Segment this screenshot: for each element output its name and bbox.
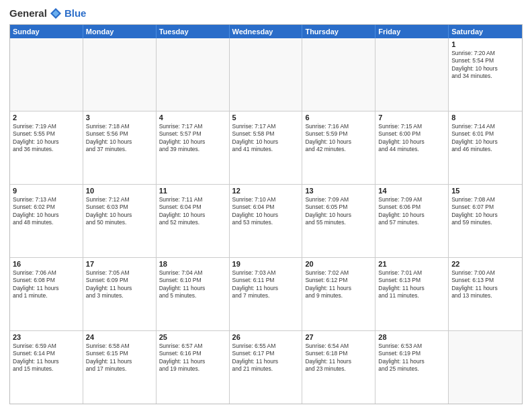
calendar-row-3: 16Sunrise: 7:06 AM Sunset: 6:08 PM Dayli… bbox=[10, 257, 522, 330]
page: General Blue SundayMondayTuesdayWednesda… bbox=[0, 0, 532, 411]
day-info: Sunrise: 7:17 AM Sunset: 5:57 PM Dayligh… bbox=[159, 123, 226, 154]
day-cell-26: 26Sunrise: 6:55 AM Sunset: 6:17 PM Dayli… bbox=[230, 331, 303, 404]
day-info: Sunrise: 7:02 AM Sunset: 6:12 PM Dayligh… bbox=[305, 269, 372, 300]
day-number: 12 bbox=[232, 187, 300, 195]
weekday-header-wednesday: Wednesday bbox=[230, 25, 303, 38]
day-cell-28: 28Sunrise: 6:53 AM Sunset: 6:19 PM Dayli… bbox=[375, 331, 449, 404]
logo-general: General bbox=[9, 7, 47, 19]
day-cell-3: 3Sunrise: 7:18 AM Sunset: 5:56 PM Daylig… bbox=[83, 111, 157, 184]
day-cell-9: 9Sunrise: 7:13 AM Sunset: 6:02 PM Daylig… bbox=[10, 185, 83, 257]
day-cell-2: 2Sunrise: 7:19 AM Sunset: 5:55 PM Daylig… bbox=[10, 111, 83, 184]
day-number: 16 bbox=[13, 260, 80, 268]
day-info: Sunrise: 6:58 AM Sunset: 6:15 PM Dayligh… bbox=[86, 342, 153, 373]
day-cell-10: 10Sunrise: 7:12 AM Sunset: 6:03 PM Dayli… bbox=[83, 185, 157, 257]
weekday-header-saturday: Saturday bbox=[449, 25, 522, 38]
day-number: 10 bbox=[86, 187, 153, 195]
day-cell-20: 20Sunrise: 7:02 AM Sunset: 6:12 PM Dayli… bbox=[302, 258, 375, 330]
day-number: 9 bbox=[13, 187, 80, 195]
day-cell-22: 22Sunrise: 7:00 AM Sunset: 6:13 PM Dayli… bbox=[449, 258, 522, 330]
day-info: Sunrise: 6:57 AM Sunset: 6:16 PM Dayligh… bbox=[159, 342, 226, 373]
day-info: Sunrise: 7:13 AM Sunset: 6:02 PM Dayligh… bbox=[13, 196, 80, 227]
day-cell-5: 5Sunrise: 7:17 AM Sunset: 5:58 PM Daylig… bbox=[230, 111, 303, 184]
day-number: 18 bbox=[159, 260, 226, 268]
day-info: Sunrise: 7:00 AM Sunset: 6:13 PM Dayligh… bbox=[451, 269, 519, 300]
day-info: Sunrise: 6:53 AM Sunset: 6:19 PM Dayligh… bbox=[378, 342, 445, 373]
day-cell-empty-0-1 bbox=[83, 38, 157, 111]
day-info: Sunrise: 7:20 AM Sunset: 5:54 PM Dayligh… bbox=[451, 50, 519, 81]
day-info: Sunrise: 7:06 AM Sunset: 6:08 PM Dayligh… bbox=[13, 269, 80, 300]
day-cell-13: 13Sunrise: 7:09 AM Sunset: 6:05 PM Dayli… bbox=[302, 185, 375, 257]
day-number: 15 bbox=[451, 187, 519, 195]
day-number: 14 bbox=[378, 187, 445, 195]
calendar-header: SundayMondayTuesdayWednesdayThursdayFrid… bbox=[10, 25, 522, 38]
day-cell-4: 4Sunrise: 7:17 AM Sunset: 5:57 PM Daylig… bbox=[157, 111, 230, 184]
day-cell-empty-0-5 bbox=[375, 38, 449, 111]
day-info: Sunrise: 7:12 AM Sunset: 6:03 PM Dayligh… bbox=[86, 196, 153, 227]
day-info: Sunrise: 7:18 AM Sunset: 5:56 PM Dayligh… bbox=[86, 123, 153, 154]
day-number: 22 bbox=[451, 260, 519, 268]
day-number: 17 bbox=[86, 260, 153, 268]
day-cell-empty-0-0 bbox=[10, 38, 83, 111]
day-number: 21 bbox=[378, 260, 445, 268]
day-cell-empty-0-4 bbox=[302, 38, 375, 111]
day-cell-15: 15Sunrise: 7:08 AM Sunset: 6:07 PM Dayli… bbox=[449, 185, 522, 257]
day-cell-12: 12Sunrise: 7:10 AM Sunset: 6:04 PM Dayli… bbox=[230, 185, 303, 257]
day-number: 2 bbox=[13, 113, 80, 122]
logo: General Blue bbox=[9, 7, 86, 20]
day-info: Sunrise: 7:14 AM Sunset: 6:01 PM Dayligh… bbox=[451, 123, 519, 154]
day-number: 27 bbox=[305, 333, 372, 341]
day-info: Sunrise: 7:10 AM Sunset: 6:04 PM Dayligh… bbox=[232, 196, 300, 227]
day-info: Sunrise: 7:03 AM Sunset: 6:11 PM Dayligh… bbox=[232, 269, 300, 300]
day-info: Sunrise: 7:15 AM Sunset: 6:00 PM Dayligh… bbox=[378, 123, 445, 154]
day-cell-empty-4-6 bbox=[449, 331, 522, 404]
day-cell-empty-0-3 bbox=[230, 38, 303, 111]
day-info: Sunrise: 6:54 AM Sunset: 6:18 PM Dayligh… bbox=[305, 342, 372, 373]
day-info: Sunrise: 6:59 AM Sunset: 6:14 PM Dayligh… bbox=[13, 342, 80, 373]
day-info: Sunrise: 7:01 AM Sunset: 6:13 PM Dayligh… bbox=[378, 269, 445, 300]
calendar-row-4: 23Sunrise: 6:59 AM Sunset: 6:14 PM Dayli… bbox=[10, 330, 522, 404]
weekday-header-monday: Monday bbox=[83, 25, 157, 38]
day-info: Sunrise: 7:08 AM Sunset: 6:07 PM Dayligh… bbox=[451, 196, 519, 227]
day-cell-24: 24Sunrise: 6:58 AM Sunset: 6:15 PM Dayli… bbox=[83, 331, 157, 404]
weekday-header-tuesday: Tuesday bbox=[157, 25, 230, 38]
day-cell-16: 16Sunrise: 7:06 AM Sunset: 6:08 PM Dayli… bbox=[10, 258, 83, 330]
weekday-header-thursday: Thursday bbox=[302, 25, 375, 38]
day-info: Sunrise: 7:05 AM Sunset: 6:09 PM Dayligh… bbox=[86, 269, 153, 300]
day-number: 6 bbox=[305, 113, 372, 122]
day-number: 4 bbox=[159, 113, 226, 122]
day-number: 24 bbox=[86, 333, 153, 341]
day-number: 28 bbox=[378, 333, 445, 341]
header: General Blue bbox=[9, 7, 523, 20]
day-number: 3 bbox=[86, 113, 153, 122]
day-number: 19 bbox=[232, 260, 300, 268]
calendar-row-2: 9Sunrise: 7:13 AM Sunset: 6:02 PM Daylig… bbox=[10, 184, 522, 257]
calendar-row-0: 1Sunrise: 7:20 AM Sunset: 5:54 PM Daylig… bbox=[10, 38, 522, 111]
day-cell-25: 25Sunrise: 6:57 AM Sunset: 6:16 PM Dayli… bbox=[157, 331, 230, 404]
day-info: Sunrise: 7:17 AM Sunset: 5:58 PM Dayligh… bbox=[232, 123, 300, 154]
day-cell-18: 18Sunrise: 7:04 AM Sunset: 6:10 PM Dayli… bbox=[157, 258, 230, 330]
day-info: Sunrise: 7:09 AM Sunset: 6:05 PM Dayligh… bbox=[305, 196, 372, 227]
calendar-body: 1Sunrise: 7:20 AM Sunset: 5:54 PM Daylig… bbox=[10, 38, 522, 404]
day-cell-19: 19Sunrise: 7:03 AM Sunset: 6:11 PM Dayli… bbox=[230, 258, 303, 330]
logo-icon bbox=[49, 7, 62, 20]
day-number: 13 bbox=[305, 187, 372, 195]
calendar: SundayMondayTuesdayWednesdayThursdayFrid… bbox=[9, 24, 523, 404]
day-cell-21: 21Sunrise: 7:01 AM Sunset: 6:13 PM Dayli… bbox=[375, 258, 449, 330]
day-number: 25 bbox=[159, 333, 226, 341]
day-cell-empty-0-2 bbox=[157, 38, 230, 111]
day-number: 7 bbox=[378, 113, 445, 122]
day-number: 5 bbox=[232, 113, 300, 122]
day-info: Sunrise: 7:19 AM Sunset: 5:55 PM Dayligh… bbox=[13, 123, 80, 154]
calendar-row-1: 2Sunrise: 7:19 AM Sunset: 5:55 PM Daylig… bbox=[10, 111, 522, 184]
day-number: 11 bbox=[159, 187, 226, 195]
day-info: Sunrise: 7:11 AM Sunset: 6:04 PM Dayligh… bbox=[159, 196, 226, 227]
day-cell-11: 11Sunrise: 7:11 AM Sunset: 6:04 PM Dayli… bbox=[157, 185, 230, 257]
day-info: Sunrise: 6:55 AM Sunset: 6:17 PM Dayligh… bbox=[232, 342, 300, 373]
day-cell-23: 23Sunrise: 6:59 AM Sunset: 6:14 PM Dayli… bbox=[10, 331, 83, 404]
day-number: 8 bbox=[451, 113, 519, 122]
day-cell-27: 27Sunrise: 6:54 AM Sunset: 6:18 PM Dayli… bbox=[302, 331, 375, 404]
day-info: Sunrise: 7:04 AM Sunset: 6:10 PM Dayligh… bbox=[159, 269, 226, 300]
day-cell-17: 17Sunrise: 7:05 AM Sunset: 6:09 PM Dayli… bbox=[83, 258, 157, 330]
day-number: 1 bbox=[451, 40, 519, 48]
day-cell-1: 1Sunrise: 7:20 AM Sunset: 5:54 PM Daylig… bbox=[449, 38, 522, 111]
